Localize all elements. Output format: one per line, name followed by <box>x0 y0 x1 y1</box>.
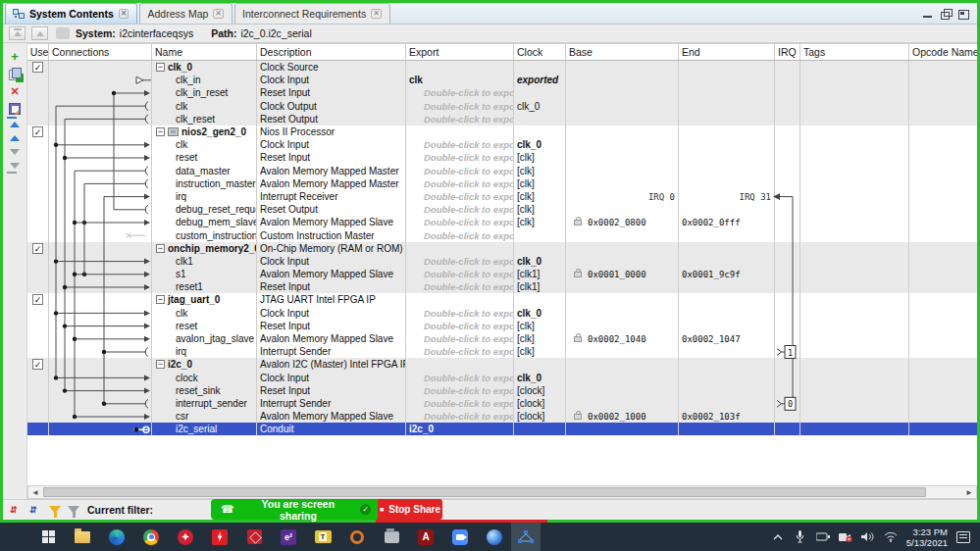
export-cell[interactable] <box>406 358 514 371</box>
duplicate-component-button[interactable] <box>8 67 23 80</box>
port-row-reset[interactable]: resetReset InputDouble-click to export[c… <box>27 151 977 164</box>
move-to-top-button[interactable] <box>8 120 23 129</box>
column-header-description[interactable]: Description <box>257 44 406 60</box>
taskbar-clock[interactable]: 3:23 PM 5/13/2021 <box>906 526 948 548</box>
remove-component-button[interactable]: ✕ <box>8 84 23 98</box>
export-cell[interactable]: Double-click to export <box>406 320 514 332</box>
export-cell[interactable]: Double-click to export <box>406 268 514 280</box>
export-cell[interactable]: clk <box>406 74 514 86</box>
use-checkbox[interactable]: ✓ <box>32 359 43 370</box>
export-cell[interactable]: Double-click to export <box>406 307 514 320</box>
tray-chevron-up-icon[interactable] <box>771 530 785 544</box>
start-button[interactable] <box>37 526 59 548</box>
export-cell[interactable]: Double-click to export <box>406 86 514 99</box>
column-header-export[interactable]: Export <box>406 44 514 60</box>
port-row-clk_in_reset[interactable]: clk_in_resetReset InputDouble-click to e… <box>27 86 977 99</box>
port-row-clk_in[interactable]: clk_inClock Inputclkexported <box>27 74 977 86</box>
tab-address-map[interactable]: Address Map ✕ <box>139 3 232 24</box>
move-up-button-disabled[interactable] <box>31 26 48 40</box>
export-cell[interactable]: Double-click to export <box>406 113 514 125</box>
port-row-s1[interactable]: s1Avalon Memory Mapped SlaveDouble-click… <box>27 268 977 280</box>
collapse-expander-icon[interactable]: − <box>156 295 165 304</box>
edge-button[interactable] <box>106 526 128 548</box>
port-row-clock[interactable]: clockClock InputDouble-click to exportcl… <box>27 372 977 384</box>
move-down-button[interactable] <box>8 147 23 157</box>
chrome-button[interactable] <box>140 526 162 548</box>
port-row-data_master[interactable]: data_masterAvalon Memory Mapped MasterDo… <box>27 165 977 177</box>
port-row-reset1[interactable]: reset1Reset InputDouble-click to export[… <box>27 280 977 293</box>
add-component-button[interactable]: + <box>8 49 23 63</box>
port-row-reset[interactable]: resetReset InputDouble-click to export[c… <box>27 320 977 332</box>
module-row-i2c_0[interactable]: ✓−i2c_0Avalon I2C (Master) Intel FPGA IP <box>27 358 977 371</box>
filter-funnel-icon[interactable] <box>49 506 61 514</box>
eclipse-e2-button[interactable]: e² <box>278 526 299 548</box>
export-cell[interactable]: Double-click to export <box>406 372 514 384</box>
gray-device-app-button[interactable] <box>381 526 402 548</box>
scroll-right-icon[interactable]: ► <box>962 486 976 498</box>
export-cell[interactable]: Double-click to export <box>406 255 514 268</box>
module-row-clk_0[interactable]: ✓−clk_0Clock Source <box>27 61 977 74</box>
export-cell[interactable] <box>406 293 514 306</box>
speaker-icon[interactable] <box>861 530 875 544</box>
move-top-button-disabled[interactable] <box>9 26 26 40</box>
action-center-icon[interactable] <box>956 531 970 543</box>
port-row-irq[interactable]: irqInterrupt ReceiverDouble-click to exp… <box>27 190 977 203</box>
collapse-expander-icon[interactable]: − <box>156 127 165 136</box>
column-header-clock[interactable]: Clock <box>514 44 566 60</box>
export-cell[interactable] <box>406 125 514 138</box>
module-row-jtag_uart_0[interactable]: ✓−jtag_uart_0JTAG UART Intel FPGA IP <box>27 293 977 306</box>
port-row-clk1[interactable]: clk1Clock InputDouble-click to exportclk… <box>27 255 977 268</box>
use-checkbox[interactable]: ✓ <box>32 243 43 254</box>
port-row-instruction_master[interactable]: instruction_masterAvalon Memory Mapped M… <box>27 177 977 190</box>
column-header-connections[interactable]: Connections <box>49 44 152 60</box>
stop-share-button[interactable]: ■ Stop Share <box>378 499 442 520</box>
port-row-clk[interactable]: clkClock InputDouble-click to exportclk_… <box>27 307 977 320</box>
column-header-use[interactable]: Use <box>27 44 49 60</box>
column-header-opcode-name[interactable]: Opcode Name <box>909 44 977 60</box>
restore-panel-icon[interactable] <box>940 9 952 20</box>
device-icon[interactable] <box>816 530 830 544</box>
address-lock-icon[interactable] <box>574 220 582 225</box>
export-cell[interactable]: Double-click to export <box>406 100 514 113</box>
export-cell[interactable]: Double-click to export <box>406 151 514 164</box>
close-tab-icon[interactable]: ✕ <box>213 9 224 19</box>
move-up-button[interactable] <box>8 133 23 143</box>
scrollbar-thumb[interactable] <box>43 487 926 497</box>
minimize-panel-icon[interactable] <box>922 9 934 20</box>
microphone-icon[interactable] <box>794 530 807 544</box>
red-round-app-button[interactable] <box>175 526 196 548</box>
port-row-i2c_serial[interactable]: i2c_serialConduiti2c_0 <box>27 423 977 435</box>
export-cell[interactable]: Double-click to export <box>406 410 514 423</box>
export-cell[interactable]: Double-click to export <box>406 216 514 228</box>
port-row-avalon_jtag_slave[interactable]: avalon_jtag_slaveAvalon Memory Mapped Sl… <box>27 332 977 345</box>
acrobat-button[interactable]: A <box>415 526 437 548</box>
port-row-clk[interactable]: clkClock InputDouble-click to exportclk_… <box>27 138 977 151</box>
close-tab-icon[interactable]: ✕ <box>119 9 129 19</box>
column-header-base[interactable]: Base <box>566 44 679 60</box>
use-checkbox[interactable]: ✓ <box>32 126 43 137</box>
module-row-nios2_gen2_0[interactable]: ✓−nios2_gen2_0Nios II Processor <box>27 125 977 138</box>
port-row-csr[interactable]: csrAvalon Memory Mapped SlaveDouble-clic… <box>27 410 977 423</box>
address-lock-icon[interactable] <box>574 336 582 342</box>
close-tab-icon[interactable]: ✕ <box>371 9 382 19</box>
red-cube-app-button[interactable] <box>243 526 265 548</box>
export-cell[interactable] <box>406 242 514 255</box>
zoom-app-button[interactable] <box>449 526 471 548</box>
port-row-clk[interactable]: clkClock OutputDouble-click to exportclk… <box>27 100 977 113</box>
export-cell[interactable]: Double-click to export <box>406 177 514 190</box>
column-header-end[interactable]: End <box>679 44 775 60</box>
edit-component-button[interactable] <box>8 102 23 116</box>
collapse-expander-icon[interactable]: − <box>156 63 165 72</box>
show-connections-filter-icon[interactable]: ⇵ <box>29 504 42 516</box>
detach-panel-icon[interactable] <box>957 9 969 20</box>
export-cell[interactable]: Double-click to export <box>406 384 514 397</box>
scroll-left-icon[interactable]: ◄ <box>28 486 42 498</box>
column-header-irq[interactable]: IRQ <box>775 44 800 60</box>
column-header-tags[interactable]: Tags <box>800 44 909 60</box>
monitor-program-button[interactable]: T <box>312 526 334 548</box>
address-lock-icon[interactable] <box>574 414 582 420</box>
tab-interconnect-requirements[interactable]: Interconnect Requirements ✕ <box>234 3 390 24</box>
tab-system-contents[interactable]: System Contents ✕ <box>5 3 137 24</box>
port-row-irq[interactable]: irqInterrupt SenderDouble-click to expor… <box>27 345 977 358</box>
export-cell[interactable]: Double-click to export <box>406 345 514 358</box>
